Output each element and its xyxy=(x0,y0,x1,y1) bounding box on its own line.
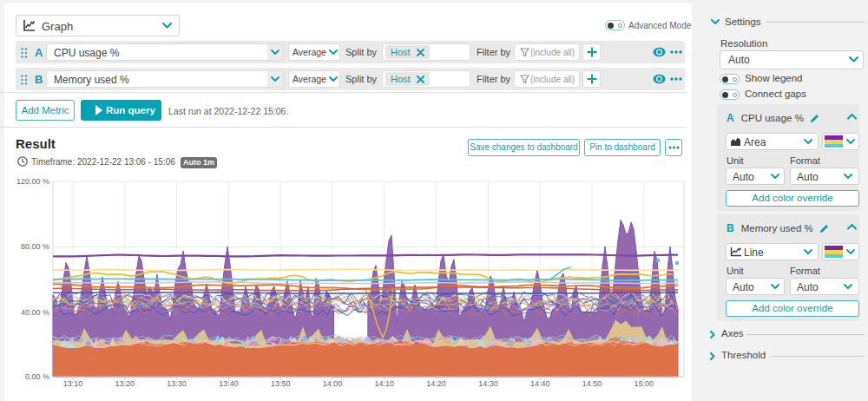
svg-text:14:10: 14:10 xyxy=(375,379,395,388)
svg-text:13:40: 13:40 xyxy=(219,379,239,388)
svg-text:14:30: 14:30 xyxy=(478,379,498,388)
svg-text:14:00: 14:00 xyxy=(323,379,343,388)
svg-text:13:20: 13:20 xyxy=(115,379,135,388)
svg-text:80.00 %: 80.00 % xyxy=(21,242,49,251)
svg-text:14:40: 14:40 xyxy=(530,379,550,388)
svg-text:14:50: 14:50 xyxy=(582,379,602,388)
svg-text:13:30: 13:30 xyxy=(167,379,187,388)
svg-text:13:10: 13:10 xyxy=(63,379,83,388)
svg-text:0.00 %: 0.00 % xyxy=(25,372,49,381)
svg-text:13:50: 13:50 xyxy=(271,379,291,388)
svg-text:14:20: 14:20 xyxy=(426,379,446,388)
svg-text:120.00 %: 120.00 % xyxy=(16,177,49,186)
svg-text:40.00 %: 40.00 % xyxy=(21,308,49,317)
svg-text:15:00: 15:00 xyxy=(635,379,654,388)
